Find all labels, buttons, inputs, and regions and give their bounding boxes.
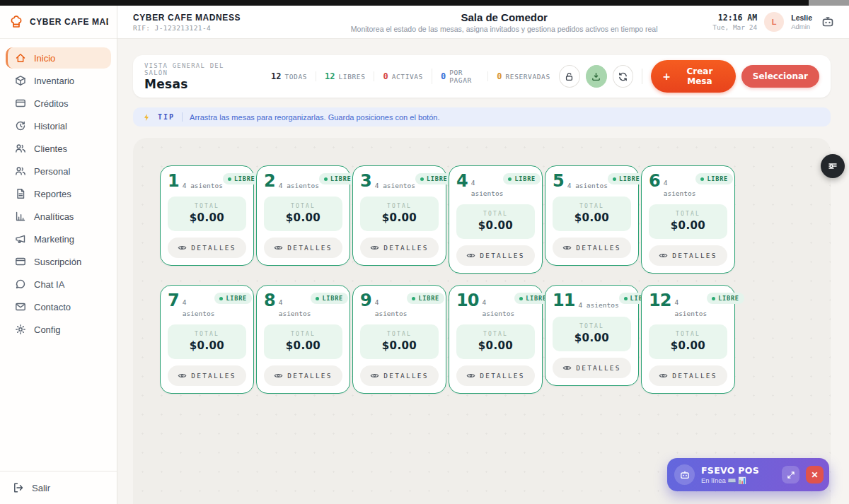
sidebar-item-suscripcion[interactable]: Suscripción	[6, 251, 111, 272]
brand: CYBER CAFE MAD...	[0, 6, 117, 39]
toolbar-overline: VISTA GENERAL DEL SALÓN	[144, 62, 248, 76]
details-button[interactable]: DETALLES	[456, 365, 535, 386]
header: CYBER CAFE MADNESS RIF: J-123213121-4 Sa…	[117, 6, 849, 39]
table-number: 10	[456, 293, 478, 309]
table-card-9[interactable]: 94 asientos LIBRE TOTAL$0.00 DETALLES	[352, 285, 446, 393]
details-button[interactable]: DETALLES	[553, 358, 631, 378]
total-label: TOTAL	[553, 323, 631, 329]
board-settings-fab[interactable]	[821, 154, 845, 178]
eye-icon	[562, 363, 572, 373]
gear-icon	[15, 324, 26, 335]
sidebar-item-contacto[interactable]: Contacto	[6, 296, 111, 317]
table-card-7[interactable]: 74 asientos LIBRE TOTAL$0.00 DETALLES	[160, 285, 254, 393]
avatar[interactable]: L	[764, 12, 784, 32]
table-number: 3	[360, 173, 371, 189]
stat-label: RESERVADAS	[506, 73, 550, 81]
refresh-button[interactable]	[613, 65, 634, 88]
sidebar: CYBER CAFE MAD... Inicio Inventario Créd…	[0, 6, 117, 504]
table-card-12[interactable]: 124 asientos LIBRE TOTAL$0.00 DETALLES	[641, 285, 735, 393]
mail-icon	[15, 301, 26, 312]
table-card-1[interactable]: 14 asientos LIBRE TOTAL$0.00 DETALLES	[160, 165, 254, 266]
chart-icon	[15, 211, 26, 222]
details-button[interactable]: DETALLES	[649, 245, 727, 266]
top-strip-end	[809, 0, 849, 6]
details-button[interactable]: DETALLES	[168, 238, 246, 258]
sidebar-item-clientes[interactable]: Clientes	[6, 138, 111, 159]
stat-por-pagar: 0POR PAGAR	[432, 69, 487, 84]
pos-robot-icon	[674, 464, 695, 485]
sidebar-item-personal[interactable]: Personal	[6, 160, 111, 182]
table-card-11[interactable]: 114 asientos LIBRE TOTAL$0.00 DETALLES	[545, 285, 639, 385]
table-number: 2	[264, 173, 275, 189]
status-dot	[519, 297, 523, 300]
details-label: DETALLES	[576, 244, 620, 252]
pos-expand-button[interactable]	[782, 466, 799, 484]
details-button[interactable]: DETALLES	[456, 245, 535, 266]
toolbar-divider	[642, 69, 642, 84]
sidebar-item-creditos[interactable]: Créditos	[6, 93, 111, 114]
details-button[interactable]: DETALLES	[168, 365, 246, 386]
total-label: TOTAL	[456, 211, 535, 217]
total-label: TOTAL	[553, 203, 631, 209]
select-button[interactable]: Seleccionar	[741, 65, 819, 88]
status-dot	[316, 297, 319, 300]
save-positions-button[interactable]	[586, 65, 607, 88]
create-table-button[interactable]: + Crear Mesa	[651, 60, 736, 93]
pos-meta: FSEVO POS En línea ⌨️ 📊	[701, 465, 775, 484]
table-card-8[interactable]: 84 asientos LIBRE TOTAL$0.00 DETALLES	[256, 285, 350, 393]
table-total-box: TOTAL$0.00	[553, 317, 631, 351]
sidebar-item-marketing[interactable]: Marketing	[6, 228, 111, 250]
table-number: 6	[649, 173, 660, 189]
logout-button[interactable]: Salir	[0, 471, 117, 504]
table-card-4[interactable]: 44 asientos LIBRE TOTAL$0.00 DETALLES	[449, 165, 543, 274]
sidebar-item-inicio[interactable]: Inicio	[6, 47, 111, 69]
brand-name: CYBER CAFE MAD...	[30, 17, 108, 27]
sliders-icon	[827, 160, 838, 172]
credit-card-icon	[15, 98, 26, 109]
details-button[interactable]: DETALLES	[649, 365, 727, 386]
total-label: TOTAL	[649, 331, 727, 337]
total-label: TOTAL	[264, 331, 342, 337]
user-name: Leslie	[791, 13, 812, 23]
details-button[interactable]: DETALLES	[553, 238, 631, 258]
details-button[interactable]: DETALLES	[264, 365, 342, 386]
details-label: DETALLES	[383, 372, 428, 380]
total-value: $0.00	[553, 211, 631, 224]
table-card-2[interactable]: 24 asientos LIBRE TOTAL$0.00 DETALLES	[256, 165, 350, 266]
sidebar-item-label: Clientes	[34, 143, 67, 154]
sidebar-item-chat-ia[interactable]: Chat IA	[6, 274, 111, 295]
stat-activas: 0ACTIVAS	[374, 71, 431, 81]
stat-label: POR PAGAR	[449, 69, 479, 84]
sidebar-item-inventario[interactable]: Inventario	[6, 70, 111, 91]
toolbar-title: Mesas	[144, 77, 248, 91]
history-icon	[15, 120, 26, 131]
details-label: DETALLES	[287, 372, 332, 380]
status-dot	[412, 297, 415, 300]
details-button[interactable]: DETALLES	[360, 365, 439, 386]
table-card-5[interactable]: 54 asientos LIBRE TOTAL$0.00 DETALLES	[545, 165, 639, 266]
table-total-box: TOTAL$0.00	[456, 204, 535, 239]
sidebar-item-historial[interactable]: Historial	[6, 115, 111, 136]
details-button[interactable]: DETALLES	[264, 238, 342, 258]
table-card-3[interactable]: 34 asientos LIBRE TOTAL$0.00 DETALLES	[352, 165, 446, 266]
sidebar-item-reportes[interactable]: Reportes	[6, 183, 111, 204]
total-label: TOTAL	[456, 331, 535, 337]
sidebar-item-analiticas[interactable]: Analíticas	[6, 206, 111, 227]
stat-label: TODAS	[284, 73, 307, 81]
assistant-bot-button[interactable]	[819, 13, 836, 30]
lock-button[interactable]	[559, 65, 580, 88]
table-number: 4	[456, 173, 468, 189]
status-dot	[324, 177, 328, 181]
total-value: $0.00	[649, 339, 727, 352]
table-total-box: TOTAL$0.00	[649, 204, 727, 239]
table-card-10[interactable]: 104 asientos LIBRE TOTAL$0.00 DETALLES	[449, 285, 543, 393]
total-value: $0.00	[456, 219, 535, 232]
details-button[interactable]: DETALLES	[360, 238, 439, 258]
toolbar-actions: + Crear Mesa Seleccionar	[559, 60, 819, 93]
pos-status-widget[interactable]: FSEVO POS En línea ⌨️ 📊 ✕	[667, 458, 829, 491]
stat-libres: 12LIBRES	[316, 71, 374, 81]
sidebar-item-config[interactable]: Config	[6, 319, 111, 340]
table-card-6[interactable]: 64 asientos LIBRE TOTAL$0.00 DETALLES	[641, 165, 735, 274]
status-dot	[712, 297, 715, 300]
pos-close-button[interactable]: ✕	[806, 466, 824, 484]
